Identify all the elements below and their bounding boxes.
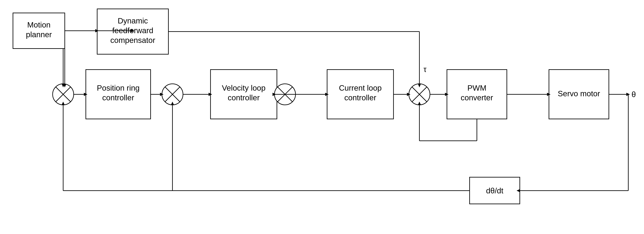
dtheta-dt-label: dθ/dt — [486, 186, 504, 195]
current-loop-label2: controller — [344, 93, 376, 102]
motion-planner-label2: planner — [26, 30, 52, 39]
servo-motor-label: Servo motor — [558, 89, 600, 98]
velocity-loop-label2: controller — [228, 93, 260, 102]
velocity-loop-label1: Velocity loop — [222, 84, 266, 92]
motion-planner-label1: Motion — [27, 20, 50, 29]
pwm-label2: converter — [461, 93, 493, 102]
pwm-label1: PWM — [467, 84, 486, 92]
position-ring-label1: Position ring — [97, 84, 140, 92]
dynamic-ff-label3: compensator — [110, 36, 155, 44]
tau-label: τ — [424, 65, 426, 74]
theta-output-label: θ — [632, 90, 636, 99]
position-ring-label2: controller — [102, 93, 134, 102]
dynamic-ff-label1: Dynamic — [118, 16, 148, 25]
current-loop-label1: Current loop — [339, 84, 382, 92]
diagram-container: Motion planner Dynamic feedforward compe… — [0, 0, 644, 234]
